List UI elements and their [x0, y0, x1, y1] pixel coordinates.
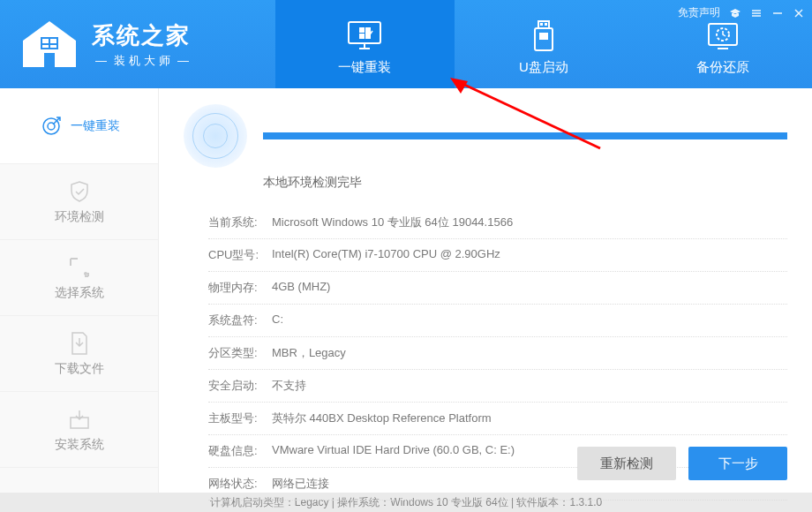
info-value: C: — [272, 312, 283, 328]
svg-rect-13 — [545, 23, 547, 26]
info-value: Intel(R) Core(TM) i7-10700 CPU @ 2.90GHz — [272, 247, 500, 263]
info-value: 不支持 — [272, 378, 306, 394]
house-logo-icon — [18, 18, 81, 71]
info-row: 系统盘符:C: — [208, 305, 787, 337]
install-box-icon — [67, 407, 92, 432]
info-label: 系统盘符: — [208, 312, 272, 328]
svg-rect-15 — [539, 33, 548, 40]
info-row: 分区类型:MBR，Legacy — [208, 337, 787, 370]
corner-select-icon — [67, 255, 92, 280]
sidebar-label: 安装系统 — [55, 437, 104, 453]
svg-rect-4 — [50, 45, 56, 48]
app-subtitle: 装机大师 — [92, 53, 196, 69]
logo-area: 系统之家 装机大师 — [0, 0, 275, 88]
sidebar-label: 选择系统 — [55, 285, 104, 301]
download-file-icon — [67, 331, 92, 356]
info-value: 网络已连接 — [272, 476, 329, 492]
tab-label: 备份还原 — [696, 59, 749, 76]
info-value: 4GB (MHZ) — [272, 280, 330, 296]
scan-status: 本地环境检测完毕 — [263, 175, 787, 191]
svg-rect-1 — [42, 39, 49, 43]
info-label: 网络状态: — [208, 476, 272, 492]
sidebar-item-reinstall[interactable]: 一键重装 — [0, 88, 158, 164]
recheck-button[interactable]: 重新检测 — [577, 447, 676, 480]
progress-bar — [263, 132, 787, 139]
next-button[interactable]: 下一步 — [688, 447, 787, 480]
app-title: 系统之家 — [92, 20, 196, 51]
sidebar: 一键重装 环境检测 选择系统 下载文件 安装系统 — [0, 88, 159, 493]
sidebar-item-select-system[interactable]: 选择系统 — [0, 240, 158, 316]
main-content: 本地环境检测完毕 当前系统:Microsoft Windows 10 专业版 6… — [159, 88, 812, 493]
info-value: 英特尔 440BX Desktop Reference Platform — [272, 410, 492, 426]
svg-rect-8 — [359, 27, 365, 33]
usb-icon — [526, 20, 561, 52]
sidebar-item-env-check[interactable]: 环境检测 — [0, 164, 158, 240]
info-row: 当前系统:Microsoft Windows 10 专业版 64位 19044.… — [208, 207, 787, 239]
info-row: 安全启动:不支持 — [208, 370, 787, 403]
info-label: 当前系统: — [208, 215, 272, 230]
info-label: 主板型号: — [208, 410, 272, 426]
progress-fill — [263, 132, 787, 139]
sidebar-label: 下载文件 — [55, 361, 104, 377]
svg-rect-2 — [50, 39, 56, 43]
sidebar-label: 一键重装 — [71, 118, 120, 134]
monitor-icon — [347, 20, 382, 52]
info-label: CPU型号: — [208, 247, 272, 263]
info-label: 分区类型: — [208, 345, 272, 361]
svg-rect-12 — [540, 23, 543, 26]
info-value: MBR，Legacy — [272, 345, 346, 361]
tab-usb-boot[interactable]: U盘启动 — [455, 0, 634, 88]
graduation-icon[interactable] — [729, 7, 741, 19]
tab-label: U盘启动 — [519, 59, 568, 76]
backup-icon — [705, 20, 741, 52]
info-value: VMware Virtual IDE Hard Drive (60.0 GB, … — [272, 443, 515, 459]
svg-rect-9 — [359, 34, 365, 39]
sidebar-item-download[interactable]: 下载文件 — [0, 316, 158, 392]
disclaimer-link[interactable]: 免责声明 — [678, 5, 720, 20]
app-header: 系统之家 装机大师 一键重装 U盘启动 备份还原 免责声明 — [0, 0, 812, 88]
info-value: Microsoft Windows 10 专业版 64位 19044.1566 — [272, 215, 513, 230]
info-label: 硬盘信息: — [208, 443, 272, 459]
svg-rect-3 — [42, 45, 49, 48]
info-label: 安全启动: — [208, 378, 272, 394]
window-controls: 免责声明 — [678, 5, 805, 20]
minimize-icon[interactable] — [771, 7, 784, 19]
sidebar-item-install[interactable]: 安装系统 — [0, 392, 158, 468]
radar-icon — [184, 104, 247, 168]
info-row: 物理内存:4GB (MHZ) — [208, 272, 787, 305]
svg-rect-10 — [365, 27, 371, 39]
tab-reinstall[interactable]: 一键重装 — [275, 0, 455, 88]
info-label: 物理内存: — [208, 280, 272, 296]
svg-point-27 — [84, 272, 87, 275]
shield-icon — [67, 179, 92, 204]
close-icon[interactable] — [793, 7, 805, 19]
info-row: CPU型号:Intel(R) Core(TM) i7-10700 CPU @ 2… — [208, 239, 787, 272]
target-icon — [39, 114, 64, 139]
menu-icon[interactable] — [750, 7, 763, 19]
tab-label: 一键重装 — [338, 59, 391, 76]
svg-rect-11 — [538, 21, 549, 28]
info-row: 主板型号:英特尔 440BX Desktop Reference Platfor… — [208, 403, 787, 435]
sidebar-label: 环境检测 — [55, 209, 104, 225]
